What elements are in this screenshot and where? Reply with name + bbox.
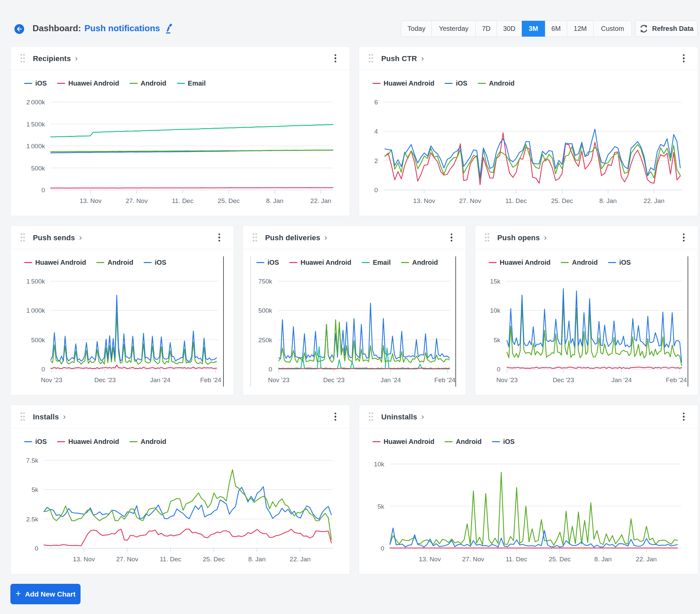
svg-text:0: 0 bbox=[380, 545, 384, 552]
svg-text:Feb '24: Feb '24 bbox=[200, 376, 222, 384]
svg-text:500k: 500k bbox=[31, 165, 45, 172]
svg-text:7.5k: 7.5k bbox=[26, 457, 38, 464]
svg-text:11. Dec: 11. Dec bbox=[506, 556, 527, 563]
svg-text:1 500k: 1 500k bbox=[26, 278, 45, 285]
svg-text:13. Nov: 13. Nov bbox=[419, 556, 441, 563]
svg-text:2: 2 bbox=[374, 158, 378, 164]
svg-text:750k: 750k bbox=[258, 278, 273, 285]
svg-text:6: 6 bbox=[374, 99, 378, 106]
svg-text:0: 0 bbox=[35, 545, 38, 552]
svg-text:25. Dec: 25. Dec bbox=[549, 556, 571, 563]
svg-text:500k: 500k bbox=[31, 337, 45, 343]
svg-text:Jan '24: Jan '24 bbox=[150, 376, 171, 384]
svg-text:8. Jan: 8. Jan bbox=[266, 197, 284, 204]
svg-text:22. Jan: 22. Jan bbox=[643, 197, 664, 204]
svg-text:27. Nov: 27. Nov bbox=[125, 197, 148, 204]
svg-text:0: 0 bbox=[41, 366, 45, 373]
svg-text:13. Nov: 13. Nov bbox=[79, 197, 102, 204]
svg-text:8. Jan: 8. Jan bbox=[599, 197, 617, 204]
svg-text:5k: 5k bbox=[377, 503, 385, 510]
svg-text:Dec '23: Dec '23 bbox=[323, 376, 345, 384]
svg-text:27. Nov: 27. Nov bbox=[459, 197, 481, 204]
svg-text:500k: 500k bbox=[258, 307, 273, 314]
svg-text:Jan '24: Jan '24 bbox=[611, 376, 632, 384]
svg-text:1 000k: 1 000k bbox=[26, 307, 45, 314]
svg-text:0: 0 bbox=[374, 187, 378, 193]
svg-text:25. Dec: 25. Dec bbox=[218, 197, 240, 204]
svg-text:10k: 10k bbox=[490, 307, 500, 314]
svg-text:Dec '23: Dec '23 bbox=[94, 376, 116, 384]
svg-text:0: 0 bbox=[497, 366, 500, 373]
svg-text:15k: 15k bbox=[490, 278, 500, 285]
svg-text:27. Nov: 27. Nov bbox=[462, 556, 484, 563]
svg-text:13. Nov: 13. Nov bbox=[413, 197, 435, 204]
svg-text:10k: 10k bbox=[374, 461, 384, 468]
svg-text:Nov '23: Nov '23 bbox=[41, 376, 62, 384]
svg-text:11. Dec: 11. Dec bbox=[172, 197, 193, 204]
svg-text:8. Jan: 8. Jan bbox=[594, 556, 612, 563]
svg-text:5k: 5k bbox=[32, 486, 39, 493]
svg-text:0: 0 bbox=[41, 187, 45, 193]
svg-text:1 500k: 1 500k bbox=[26, 121, 45, 128]
svg-text:13. Nov: 13. Nov bbox=[73, 556, 95, 563]
svg-text:Jan '24: Jan '24 bbox=[380, 376, 401, 384]
svg-text:27. Nov: 27. Nov bbox=[116, 556, 138, 563]
svg-text:0: 0 bbox=[268, 366, 272, 373]
svg-text:Nov '23: Nov '23 bbox=[496, 376, 518, 384]
svg-text:Feb '24: Feb '24 bbox=[434, 376, 455, 384]
svg-text:22. Jan: 22. Jan bbox=[310, 197, 331, 204]
svg-text:Feb '24: Feb '24 bbox=[666, 376, 687, 384]
svg-text:Dec '23: Dec '23 bbox=[553, 376, 574, 384]
svg-text:25. Dec: 25. Dec bbox=[551, 197, 573, 204]
svg-text:Nov '23: Nov '23 bbox=[268, 376, 290, 384]
svg-text:2 000k: 2 000k bbox=[26, 99, 45, 106]
svg-text:5k: 5k bbox=[493, 337, 501, 343]
svg-text:1 000k: 1 000k bbox=[26, 142, 45, 150]
svg-text:22. Jan: 22. Jan bbox=[636, 556, 657, 563]
svg-text:22. Jan: 22. Jan bbox=[290, 556, 310, 563]
svg-text:11. Dec: 11. Dec bbox=[160, 556, 181, 563]
svg-text:11. Dec: 11. Dec bbox=[505, 197, 527, 204]
svg-text:8. Jan: 8. Jan bbox=[248, 556, 266, 563]
svg-text:25. Dec: 25. Dec bbox=[203, 556, 225, 563]
svg-text:2.5k: 2.5k bbox=[26, 516, 38, 523]
svg-text:4: 4 bbox=[374, 128, 378, 135]
svg-text:250k: 250k bbox=[258, 337, 273, 343]
